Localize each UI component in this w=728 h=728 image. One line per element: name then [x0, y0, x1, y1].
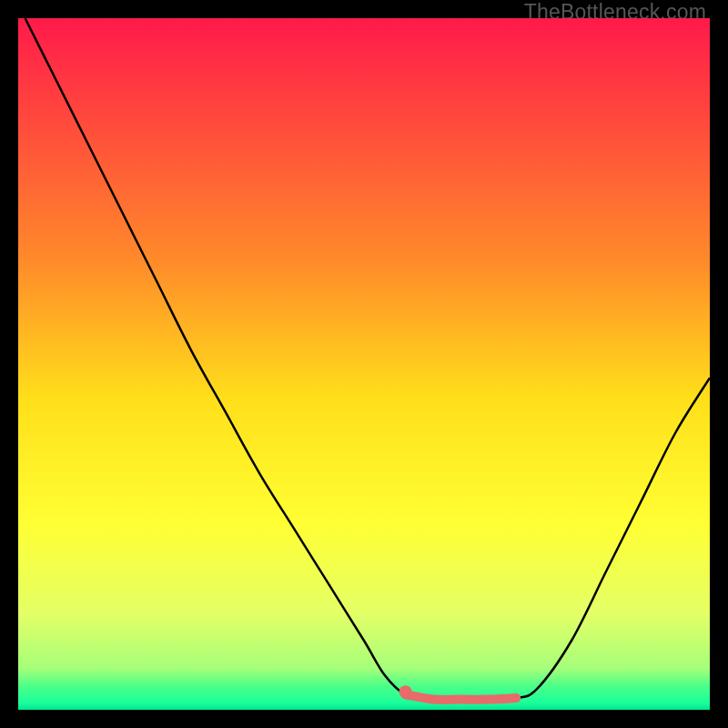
chart-container: TheBottleneck.com — [0, 0, 728, 728]
chart-plot — [18, 18, 710, 710]
highlight-segment — [406, 694, 517, 700]
marker-dot — [399, 685, 412, 698]
chart-background — [18, 18, 710, 710]
